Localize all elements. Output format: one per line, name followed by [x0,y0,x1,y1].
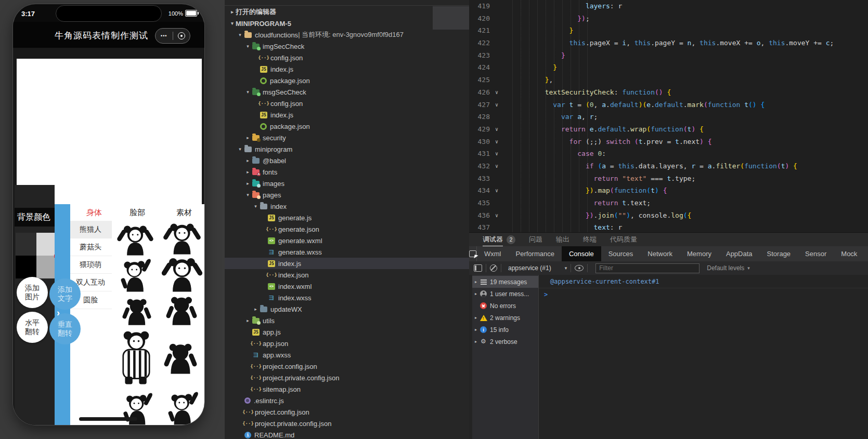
chevron-right-icon[interactable]: ▸ [472,291,480,296]
emoji-canvas[interactable] [17,59,202,204]
fold-chevron-icon[interactable]: ∨ [490,209,503,222]
console-filter-info[interactable]: ▸i15 info [472,324,538,336]
tree-item-.eslintrc.js[interactable]: .eslintrc.js [225,395,469,406]
devtools-tab-appdata[interactable]: AppData [719,246,760,261]
tree-item-msgseccheck[interactable]: ▾msgSecCheck [225,86,469,98]
code-line[interactable]: 429∨ return e.default.wrap(function(t) { [469,123,868,136]
panel-tab-终端[interactable]: 终端 [583,233,597,246]
tree-item-cloudfunctions[interactable]: ▾cloudfunctions | 当前环境: env-3gnovo9mf0f9… [225,29,469,41]
add-text-button[interactable]: 添加 文字 [49,278,81,310]
sticker-thumbnail[interactable] [115,258,154,292]
console-filter-list[interactable]: ▸19 messages [472,276,538,288]
tree-item-imgseccheck[interactable]: ▾imgSecCheck [225,41,469,52]
tab-身体[interactable]: 身体 [86,208,102,218]
more-menu-icon[interactable]: ••• [156,33,173,38]
fold-chevron-icon[interactable]: ∨ [490,86,503,99]
code-line[interactable]: 424 } [469,61,868,74]
chevron-right-icon[interactable]: ▸ [472,315,480,320]
tree-item-app.js[interactable]: JSapp.js [225,326,469,338]
live-expression-eye-icon[interactable] [575,265,584,271]
fold-chevron-icon[interactable]: ∨ [490,160,503,172]
code-line[interactable]: 420 }); [469,12,868,25]
add-image-button[interactable]: 添加 图片 [17,277,48,308]
console-prompt-chevron[interactable]: > [539,288,868,298]
chevron-right-icon[interactable]: ▸ [472,339,480,344]
tree-item-readme.md[interactable]: iREADME.md [225,429,469,439]
tree-item-@babel[interactable]: ▸@babel [225,155,469,166]
swatch-darkgray[interactable] [16,233,36,256]
chevron-down-icon[interactable]: ▾ [252,204,259,209]
chevron-right-icon[interactable]: ▸ [229,9,236,15]
chevron-right-icon[interactable]: ▸ [244,169,251,175]
panel-tab-调试器[interactable]: 调试器 [483,233,503,246]
devtools-tab-sources[interactable]: Sources [601,246,641,261]
close-target-icon[interactable] [173,32,190,39]
tree-item-app.wxss[interactable]: ヨapp.wxss [225,349,469,361]
code-line[interactable]: 423 } [469,49,868,62]
sticker-thumbnail[interactable] [118,298,156,326]
tree-item-miniprogram-5[interactable]: ▾MINIPROGRAM-5 [225,18,469,29]
tree-item-generate.wxml[interactable]: <>generate.wxml [225,235,469,246]
tree-item-images[interactable]: ▸images [225,178,469,189]
collapse-chevron-icon[interactable]: › [57,308,60,318]
chevron-down-icon[interactable]: ▾ [244,44,251,49]
sticker-thumbnail[interactable] [162,256,202,292]
devtools-tab-storage[interactable]: Storage [760,246,798,261]
sticker-thumbnail[interactable] [117,330,156,386]
console-context-link[interactable]: @appservice-current-context#1 [539,275,868,288]
flip-horizontal-button[interactable]: 水平 翻转 [17,312,48,343]
tree-item-index.wxml[interactable]: <>index.wxml [225,281,469,292]
fold-chevron-icon[interactable]: ∨ [490,148,503,160]
swatch-lightgray[interactable] [36,233,57,256]
sticker-thumbnail[interactable] [116,224,154,256]
code-line[interactable]: 433 return "text" === t.type; [469,172,868,185]
sticker-thumbnail[interactable] [163,391,201,425]
swatch-black[interactable] [16,256,36,278]
console-filter-error[interactable]: No errors [472,300,538,312]
sticker-thumbnail[interactable] [163,222,201,255]
inspect-element-icon[interactable] [469,246,477,261]
tree-item-fonts[interactable]: ▸Afonts [225,166,469,178]
tree-item-generate.js[interactable]: JSgenerate.js [225,212,469,223]
code-line[interactable]: 430∨ for (;;) switch (t.prev = t.next) { [469,136,868,148]
tab-素材[interactable]: 素材 [176,208,192,218]
code-line[interactable]: 434∨ }).map(function(t) { [469,184,868,197]
tree-item-package.json[interactable]: package.json [225,121,469,132]
code-line[interactable]: 437 text: r [469,221,868,232]
category-item[interactable]: 蘑菇头 [69,238,112,256]
chevron-right-icon[interactable]: ▸ [244,135,251,140]
chevron-right-icon[interactable]: ▸ [472,280,480,284]
context-selector[interactable]: appservice (#1) ▾ [508,264,567,272]
tree-item-pages[interactable]: ▾pages [225,189,469,201]
category-item[interactable]: 猥琐萌 [69,256,112,274]
tree-item-index.js[interactable]: JSindex.js [225,109,469,121]
fold-chevron-icon[interactable]: ∨ [490,184,503,197]
devtools-tab-wxml[interactable]: Wxml [477,246,509,261]
devtools-tab-console[interactable]: Console [562,246,601,261]
chevron-down-icon[interactable]: ▾ [229,21,236,26]
flip-vertical-button[interactable]: 垂直 翻转 [49,313,81,344]
clear-console-icon[interactable] [490,264,497,272]
tree-item--[interactable]: ▸打开的编辑器 [225,6,469,18]
console-filter-user[interactable]: ▸1 user mess... [472,288,538,300]
code-line[interactable]: 427∨ var t = (0, a.default)(e.default.ma… [469,99,868,111]
chevron-right-icon[interactable]: ▸ [244,181,251,186]
tree-item-generate.wxss[interactable]: ヨgenerate.wxss [225,246,469,258]
tree-item-project.config.json[interactable]: {··}project.config.json [225,406,469,418]
tree-item-sitemap.json[interactable]: {··}sitemap.json [225,383,469,395]
chevron-right-icon[interactable]: ▸ [472,327,480,332]
tree-item-package.json[interactable]: package.json [225,75,469,86]
chevron-right-icon[interactable]: ▸ [244,158,251,163]
chevron-down-icon[interactable]: ▾ [237,32,243,37]
tree-item-project.config.json[interactable]: {··}project.config.json [225,361,469,372]
code-editor[interactable]: 419 layers: r420 });421 }422 this.pageX … [469,0,868,232]
tree-item-config.json[interactable]: {··}config.json [225,98,469,109]
tree-item-index.js[interactable]: JSindex.js [225,258,469,269]
tree-item-app.json[interactable]: {··}app.json [225,338,469,349]
chevron-down-icon[interactable]: ▾ [244,89,251,95]
tree-item-project.private.config.json[interactable]: {··}project.private.config.json [225,372,469,383]
tree-item-index.json[interactable]: {··}index.json [225,269,469,281]
devtools-tab-performance[interactable]: Performance [509,246,562,261]
devtools-tab-mock[interactable]: Mock [834,246,864,261]
code-line[interactable]: 432∨ if (a = this.data.layers, r = a.fil… [469,160,868,172]
